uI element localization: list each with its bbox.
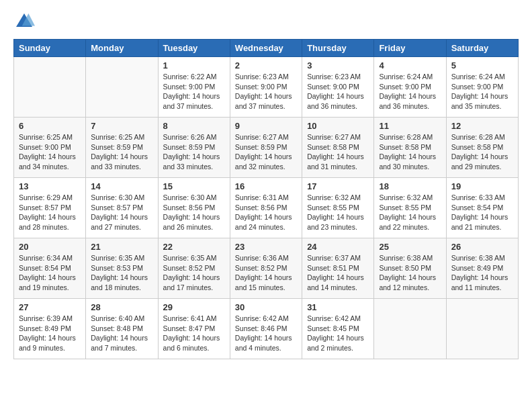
day-cell: 12Sunrise: 6:28 AM Sunset: 8:58 PM Dayli… bbox=[446, 118, 518, 178]
day-info: Sunrise: 6:24 AM Sunset: 9:00 PM Dayligh… bbox=[379, 72, 441, 111]
day-cell: 8Sunrise: 6:26 AM Sunset: 8:59 PM Daylig… bbox=[158, 118, 230, 178]
day-info: Sunrise: 6:36 AM Sunset: 8:52 PM Dayligh… bbox=[235, 253, 297, 293]
day-number: 29 bbox=[163, 302, 225, 312]
day-cell: 7Sunrise: 6:25 AM Sunset: 8:59 PM Daylig… bbox=[86, 118, 158, 178]
day-number: 27 bbox=[19, 302, 81, 312]
day-cell: 10Sunrise: 6:27 AM Sunset: 8:58 PM Dayli… bbox=[302, 118, 374, 178]
week-row-2: 6Sunrise: 6:25 AM Sunset: 9:00 PM Daylig… bbox=[14, 118, 519, 178]
week-row-5: 27Sunrise: 6:39 AM Sunset: 8:49 PM Dayli… bbox=[14, 299, 519, 359]
day-cell bbox=[14, 57, 86, 118]
day-number: 2 bbox=[235, 60, 297, 71]
day-number: 1 bbox=[163, 60, 225, 71]
day-info: Sunrise: 6:33 AM Sunset: 8:54 PM Dayligh… bbox=[451, 193, 513, 232]
day-cell bbox=[374, 299, 446, 359]
day-header-wednesday: Wednesday bbox=[230, 40, 302, 57]
day-info: Sunrise: 6:35 AM Sunset: 8:52 PM Dayligh… bbox=[163, 253, 225, 293]
day-number: 24 bbox=[307, 242, 369, 252]
day-info: Sunrise: 6:22 AM Sunset: 9:00 PM Dayligh… bbox=[163, 72, 225, 111]
day-cell: 17Sunrise: 6:32 AM Sunset: 8:55 PM Dayli… bbox=[302, 178, 374, 238]
day-info: Sunrise: 6:32 AM Sunset: 8:55 PM Dayligh… bbox=[379, 193, 441, 232]
day-number: 7 bbox=[91, 121, 152, 131]
day-cell: 22Sunrise: 6:35 AM Sunset: 8:52 PM Dayli… bbox=[158, 238, 230, 299]
day-number: 23 bbox=[235, 242, 297, 252]
day-cell bbox=[446, 299, 518, 359]
day-cell: 29Sunrise: 6:41 AM Sunset: 8:47 PM Dayli… bbox=[158, 299, 230, 359]
day-cell: 11Sunrise: 6:28 AM Sunset: 8:58 PM Dayli… bbox=[374, 118, 446, 178]
day-info: Sunrise: 6:42 AM Sunset: 8:46 PM Dayligh… bbox=[235, 314, 297, 353]
day-number: 20 bbox=[19, 242, 81, 252]
day-cell: 6Sunrise: 6:25 AM Sunset: 9:00 PM Daylig… bbox=[14, 118, 86, 178]
day-info: Sunrise: 6:29 AM Sunset: 8:57 PM Dayligh… bbox=[19, 193, 81, 232]
day-cell: 9Sunrise: 6:27 AM Sunset: 8:59 PM Daylig… bbox=[230, 118, 302, 178]
day-info: Sunrise: 6:25 AM Sunset: 8:59 PM Dayligh… bbox=[91, 132, 152, 172]
day-info: Sunrise: 6:40 AM Sunset: 8:48 PM Dayligh… bbox=[91, 314, 152, 353]
day-header-monday: Monday bbox=[86, 40, 158, 57]
calendar-table: SundayMondayTuesdayWednesdayThursdayFrid… bbox=[13, 39, 519, 359]
day-header-saturday: Saturday bbox=[446, 40, 518, 57]
day-number: 31 bbox=[307, 302, 369, 312]
day-info: Sunrise: 6:41 AM Sunset: 8:47 PM Dayligh… bbox=[163, 314, 225, 353]
day-info: Sunrise: 6:27 AM Sunset: 8:58 PM Dayligh… bbox=[307, 132, 369, 172]
day-info: Sunrise: 6:30 AM Sunset: 8:57 PM Dayligh… bbox=[91, 193, 152, 232]
day-cell: 15Sunrise: 6:30 AM Sunset: 8:56 PM Dayli… bbox=[158, 178, 230, 238]
logo-icon bbox=[13, 11, 35, 32]
day-number: 15 bbox=[163, 181, 225, 191]
day-info: Sunrise: 6:37 AM Sunset: 8:51 PM Dayligh… bbox=[307, 253, 369, 293]
day-header-thursday: Thursday bbox=[302, 40, 374, 57]
day-cell: 30Sunrise: 6:42 AM Sunset: 8:46 PM Dayli… bbox=[230, 299, 302, 359]
day-header-sunday: Sunday bbox=[14, 40, 86, 57]
day-cell: 16Sunrise: 6:31 AM Sunset: 8:56 PM Dayli… bbox=[230, 178, 302, 238]
day-number: 28 bbox=[91, 302, 152, 312]
day-number: 11 bbox=[379, 121, 441, 131]
day-cell: 31Sunrise: 6:42 AM Sunset: 8:45 PM Dayli… bbox=[302, 299, 374, 359]
day-cell: 13Sunrise: 6:29 AM Sunset: 8:57 PM Dayli… bbox=[14, 178, 86, 238]
day-number: 19 bbox=[451, 181, 513, 191]
header bbox=[13, 11, 519, 32]
day-info: Sunrise: 6:26 AM Sunset: 8:59 PM Dayligh… bbox=[163, 132, 225, 172]
day-cell bbox=[86, 57, 158, 118]
day-number: 6 bbox=[19, 121, 81, 131]
day-info: Sunrise: 6:28 AM Sunset: 8:58 PM Dayligh… bbox=[451, 132, 513, 172]
day-number: 5 bbox=[451, 60, 513, 71]
day-cell: 19Sunrise: 6:33 AM Sunset: 8:54 PM Dayli… bbox=[446, 178, 518, 238]
day-info: Sunrise: 6:25 AM Sunset: 9:00 PM Dayligh… bbox=[19, 132, 81, 172]
day-cell: 5Sunrise: 6:24 AM Sunset: 9:00 PM Daylig… bbox=[446, 57, 518, 118]
day-info: Sunrise: 6:34 AM Sunset: 8:54 PM Dayligh… bbox=[19, 253, 81, 293]
day-cell: 4Sunrise: 6:24 AM Sunset: 9:00 PM Daylig… bbox=[374, 57, 446, 118]
day-info: Sunrise: 6:38 AM Sunset: 8:50 PM Dayligh… bbox=[379, 253, 441, 293]
day-header-friday: Friday bbox=[374, 40, 446, 57]
day-number: 22 bbox=[163, 242, 225, 252]
day-number: 9 bbox=[235, 121, 297, 131]
day-info: Sunrise: 6:31 AM Sunset: 8:56 PM Dayligh… bbox=[235, 193, 297, 232]
day-number: 13 bbox=[19, 181, 81, 191]
day-info: Sunrise: 6:27 AM Sunset: 8:59 PM Dayligh… bbox=[235, 132, 297, 172]
day-number: 12 bbox=[451, 121, 513, 131]
day-cell: 27Sunrise: 6:39 AM Sunset: 8:49 PM Dayli… bbox=[14, 299, 86, 359]
day-cell: 18Sunrise: 6:32 AM Sunset: 8:55 PM Dayli… bbox=[374, 178, 446, 238]
day-number: 3 bbox=[307, 60, 369, 71]
day-number: 4 bbox=[379, 60, 441, 71]
day-cell: 26Sunrise: 6:38 AM Sunset: 8:49 PM Dayli… bbox=[446, 238, 518, 299]
day-cell: 20Sunrise: 6:34 AM Sunset: 8:54 PM Dayli… bbox=[14, 238, 86, 299]
page: SundayMondayTuesdayWednesdayThursdayFrid… bbox=[0, 0, 532, 370]
day-info: Sunrise: 6:39 AM Sunset: 8:49 PM Dayligh… bbox=[19, 314, 81, 353]
day-number: 10 bbox=[307, 121, 369, 131]
week-row-1: 1Sunrise: 6:22 AM Sunset: 9:00 PM Daylig… bbox=[14, 57, 519, 118]
week-row-3: 13Sunrise: 6:29 AM Sunset: 8:57 PM Dayli… bbox=[14, 178, 519, 238]
day-info: Sunrise: 6:42 AM Sunset: 8:45 PM Dayligh… bbox=[307, 314, 369, 353]
day-cell: 2Sunrise: 6:23 AM Sunset: 9:00 PM Daylig… bbox=[230, 57, 302, 118]
day-info: Sunrise: 6:35 AM Sunset: 8:53 PM Dayligh… bbox=[91, 253, 152, 293]
day-number: 17 bbox=[307, 181, 369, 191]
day-headers-row: SundayMondayTuesdayWednesdayThursdayFrid… bbox=[14, 40, 519, 57]
logo bbox=[13, 11, 38, 32]
day-cell: 21Sunrise: 6:35 AM Sunset: 8:53 PM Dayli… bbox=[86, 238, 158, 299]
day-cell: 14Sunrise: 6:30 AM Sunset: 8:57 PM Dayli… bbox=[86, 178, 158, 238]
day-info: Sunrise: 6:28 AM Sunset: 8:58 PM Dayligh… bbox=[379, 132, 441, 172]
day-cell: 25Sunrise: 6:38 AM Sunset: 8:50 PM Dayli… bbox=[374, 238, 446, 299]
day-info: Sunrise: 6:24 AM Sunset: 9:00 PM Dayligh… bbox=[451, 72, 513, 111]
day-cell: 28Sunrise: 6:40 AM Sunset: 8:48 PM Dayli… bbox=[86, 299, 158, 359]
day-header-tuesday: Tuesday bbox=[158, 40, 230, 57]
calendar-header: SundayMondayTuesdayWednesdayThursdayFrid… bbox=[14, 40, 519, 57]
day-number: 14 bbox=[91, 181, 152, 191]
calendar-body: 1Sunrise: 6:22 AM Sunset: 9:00 PM Daylig… bbox=[14, 57, 519, 359]
